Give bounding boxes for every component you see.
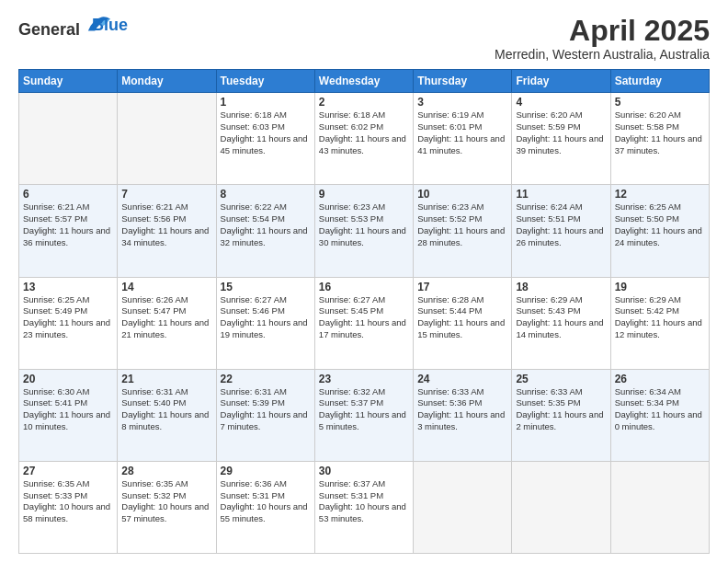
day-info: Sunset: 5:58 PM [615,121,705,133]
day-info: Daylight: 11 hours and 39 minutes. [516,133,606,157]
day-info: Sunset: 5:51 PM [516,213,606,225]
table-row: 18Sunrise: 6:29 AMSunset: 5:43 PMDayligh… [512,277,610,369]
day-info: Daylight: 11 hours and 0 minutes. [615,409,705,433]
day-info: Sunset: 6:03 PM [221,121,311,133]
day-number: 5 [615,96,705,109]
day-info: Daylight: 11 hours and 17 minutes. [319,317,409,341]
day-info: Sunrise: 6:23 AM [319,201,409,213]
day-number: 10 [417,188,507,201]
day-info: Sunrise: 6:34 AM [615,386,705,398]
day-info: Sunrise: 6:25 AM [615,201,705,213]
day-info: Sunrise: 6:21 AM [121,201,211,213]
table-row: 29Sunrise: 6:36 AMSunset: 5:31 PMDayligh… [216,461,314,553]
day-info: Sunrise: 6:18 AM [319,109,409,121]
day-info: Sunrise: 6:29 AM [516,294,606,306]
day-info: Daylight: 11 hours and 45 minutes. [221,133,311,157]
calendar-week-row: 20Sunrise: 6:30 AMSunset: 5:41 PMDayligh… [19,369,710,461]
day-info: Sunset: 5:39 PM [221,397,311,409]
day-info: Daylight: 10 hours and 58 minutes. [23,501,113,525]
day-info: Daylight: 11 hours and 37 minutes. [615,133,705,157]
col-sunday: Sunday [19,70,118,93]
day-info: Sunrise: 6:30 AM [23,386,113,398]
day-info: Daylight: 11 hours and 15 minutes. [417,317,507,341]
day-number: 18 [516,281,606,293]
day-number: 17 [417,281,507,293]
table-row: 9Sunrise: 6:23 AMSunset: 5:53 PMDaylight… [314,185,413,277]
day-info: Daylight: 11 hours and 26 minutes. [516,225,606,249]
day-number: 4 [516,96,606,109]
day-number: 9 [319,188,409,201]
day-info: Daylight: 11 hours and 43 minutes. [319,133,409,157]
day-number: 24 [417,373,507,385]
table-row: 22Sunrise: 6:31 AMSunset: 5:39 PMDayligh… [216,369,314,461]
table-row [512,461,610,553]
day-number: 12 [615,188,705,201]
day-info: Sunrise: 6:37 AM [319,478,409,490]
day-info: Sunrise: 6:31 AM [221,386,311,398]
day-info: Daylight: 11 hours and 21 minutes. [121,317,211,341]
day-info: Sunrise: 6:22 AM [221,201,311,213]
day-number: 6 [23,188,113,201]
day-info: Sunrise: 6:23 AM [417,201,507,213]
table-row: 1Sunrise: 6:18 AMSunset: 6:03 PMDaylight… [216,93,314,185]
day-info: Sunrise: 6:19 AM [417,109,507,121]
day-info: Sunset: 5:33 PM [23,490,113,502]
day-info: Sunset: 5:41 PM [23,397,113,409]
day-number: 22 [221,373,311,385]
day-info: Sunrise: 6:20 AM [516,109,606,121]
day-number: 2 [319,96,409,109]
col-thursday: Thursday [414,70,512,93]
day-info: Daylight: 11 hours and 41 minutes. [417,133,507,157]
header: General Blue April 2025 Merredin, Wester… [18,15,710,62]
day-info: Daylight: 10 hours and 53 minutes. [319,501,409,525]
day-info: Sunset: 5:47 PM [121,305,211,317]
table-row: 4Sunrise: 6:20 AMSunset: 5:59 PMDaylight… [512,93,610,185]
day-number: 19 [615,281,705,293]
day-number: 26 [615,373,705,385]
table-row: 11Sunrise: 6:24 AMSunset: 5:51 PMDayligh… [512,185,610,277]
table-row: 23Sunrise: 6:32 AMSunset: 5:37 PMDayligh… [314,369,413,461]
day-number: 8 [221,188,311,201]
day-info: Sunset: 6:02 PM [319,121,409,133]
day-info: Daylight: 11 hours and 12 minutes. [615,317,705,341]
day-info: Sunset: 5:36 PM [417,397,507,409]
day-info: Sunset: 5:53 PM [319,213,409,225]
day-info: Sunset: 5:31 PM [319,490,409,502]
day-number: 16 [319,281,409,293]
page: General Blue April 2025 Merredin, Wester… [0,0,728,563]
day-info: Sunrise: 6:18 AM [221,109,311,121]
day-info: Daylight: 11 hours and 28 minutes. [417,225,507,249]
day-number: 25 [516,373,606,385]
day-info: Sunset: 5:31 PM [221,490,311,502]
day-info: Sunset: 5:34 PM [615,397,705,409]
day-number: 20 [23,373,113,385]
day-info: Daylight: 10 hours and 57 minutes. [121,501,211,525]
day-info: Daylight: 11 hours and 19 minutes. [221,317,311,341]
calendar-subtitle: Merredin, Western Australia, Australia [495,47,710,62]
day-info: Sunset: 5:57 PM [23,213,113,225]
day-info: Sunset: 5:50 PM [615,213,705,225]
day-info: Sunset: 5:44 PM [417,305,507,317]
day-number: 23 [319,373,409,385]
day-info: Daylight: 11 hours and 30 minutes. [319,225,409,249]
table-row [414,461,512,553]
day-number: 29 [221,465,311,477]
day-info: Sunrise: 6:27 AM [319,294,409,306]
day-info: Daylight: 11 hours and 5 minutes. [319,409,409,433]
day-info: Sunrise: 6:24 AM [516,201,606,213]
day-number: 21 [121,373,211,385]
day-info: Sunrise: 6:35 AM [23,478,113,490]
day-info: Sunrise: 6:36 AM [221,478,311,490]
day-info: Sunrise: 6:33 AM [516,386,606,398]
day-info: Sunset: 5:32 PM [121,490,211,502]
table-row [19,93,118,185]
table-row: 8Sunrise: 6:22 AMSunset: 5:54 PMDaylight… [216,185,314,277]
day-info: Sunset: 5:42 PM [615,305,705,317]
day-info: Sunset: 5:49 PM [23,305,113,317]
table-row: 12Sunrise: 6:25 AMSunset: 5:50 PMDayligh… [610,185,709,277]
logo-blue: Blue [92,16,128,35]
day-info: Daylight: 11 hours and 36 minutes. [23,225,113,249]
table-row [610,461,709,553]
table-row [118,93,216,185]
day-info: Sunrise: 6:32 AM [319,386,409,398]
